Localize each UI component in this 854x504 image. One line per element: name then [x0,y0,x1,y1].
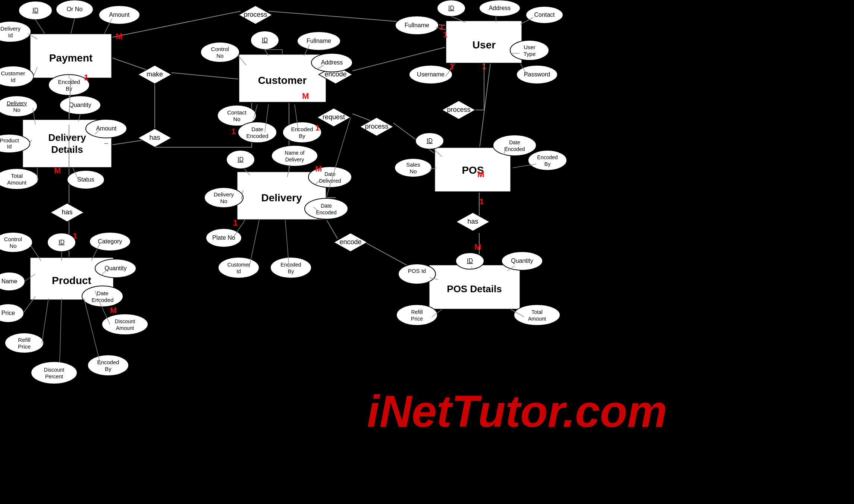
pos-id-label: ID [427,138,433,144]
delivery-deliveryno-label1: Delivery [214,191,234,198]
product-dateencoded-attr [82,286,123,307]
delivery-deliveryno-attr [204,188,243,208]
customer-contactno-label2: No [233,116,240,122]
user-username-label: Username [417,71,445,78]
payment-deliveryid-attr [0,21,31,42]
delivery-details-label2: Details [51,144,83,155]
svg-line-42 [42,298,48,344]
posdetails-totalamount-label2: Amount [528,316,546,322]
delivery-customerid-label2: Id [236,268,241,274]
user-id-label: ID [448,5,454,11]
product-refillprice-label2: Price [18,343,31,350]
customer-dateencoded-attr [238,122,277,143]
svg-line-43 [60,298,62,362]
customer-dateencoded-label1: Date [251,126,263,132]
product-id-label: ID [59,239,65,245]
dd-totalamount-attr [0,168,38,189]
dd-productid-label2: Id [7,143,12,149]
payment-encodedby-label2: By [66,85,72,92]
delivery-name-label1: Name of [285,150,305,156]
payment-label: Payment [49,52,93,64]
product-dateencoded-label2: Encoded [91,297,113,303]
user-usertype-attr [510,40,549,60]
posdetails-id-label: ID [467,258,473,264]
svg-line-17 [479,63,490,151]
product-encodedby-label2: By [105,366,112,372]
svg-line-44 [84,298,101,365]
svg-line-22 [108,140,145,145]
payment-m-cardinality: M [116,32,122,41]
dd-status-label: Status [77,176,94,183]
delivery-customerid-label1: Customer [227,262,250,268]
product-controlno-label1: Control [4,236,22,242]
delivery-name-label2: Delivery [285,157,304,163]
payment-deliveryid-label2: Id [8,32,13,38]
pos-encodedby-attr [528,150,567,170]
process2-label: process [365,123,388,130]
pos-details-label1: POS Details [447,283,502,294]
product-quantity-label: Quantity [104,265,127,271]
has2-label: has [62,208,72,216]
delivery-datedelivered-label2: Delivered [319,178,341,184]
pos-dateencoded-attr [493,135,536,156]
process3-label: process [447,106,470,113]
payment-amount-label: Amount [109,12,130,18]
product-refillprice-label1: Refill [18,337,30,343]
customer-fullname-label: Fullname [307,38,331,44]
product-discountamount-attr [102,314,148,335]
product-name-label: Name [1,278,18,284]
user-contact-label: Contact [534,12,555,18]
payment-customerid-label1: Customer [1,70,25,76]
encode2-label: encode [339,238,361,246]
dd-deliveryno-label2: No [13,107,20,113]
product-discountpercent-label2: Percent [45,374,63,379]
posdetails-refillprice-attr [396,305,437,325]
delivery-deliveryno-label2: No [220,198,227,204]
pos-dateencoded-label1: Date [509,139,520,145]
pos-encodedby-label2: By [544,161,550,167]
product-discountamount-label2: Amount [116,325,134,331]
customer-encodedby-label1: Encoded [291,126,313,132]
product-discountpercent-label1: Discount [44,367,65,373]
payment-encodedby-cardinality: 1 [84,73,88,82]
payment-customerid-attr [0,66,34,87]
delivery-label: Delivery [261,192,302,204]
product-controlno-attr [0,232,32,252]
product-discountpercent-attr [31,362,77,384]
customer-contactno-label1: Contact [227,109,247,116]
delivery-encodedby-label1: Encoded [280,262,301,268]
product-discountamount-label1: Discount [115,318,135,324]
payment-deliveryid-label1: Delivery [0,25,21,32]
customer-encodedby-1-cardinality: 1 [315,123,320,132]
dd-deliveryno-attr [0,96,37,117]
delivery-dateencoded-label1: Date [321,203,332,209]
er-diagram: Payment Delivery Details Product Custome… [0,0,854,504]
user-username-1-cardinality: 1 [449,62,454,71]
customer-1-cardinality: 1 [231,127,236,136]
dd-amount-label: Amount [96,125,117,132]
product-refillprice-attr [5,333,44,353]
delivery-m1-cardinality: M [315,164,322,173]
pos-encodedby-label1: Encoded [537,154,558,160]
delivery-name-attr [271,145,318,166]
delivery-1-cardinality: 1 [233,218,238,227]
product-encodedby-attr [88,355,129,376]
has1-label: has [149,134,160,141]
customer-controlno-attr [201,42,239,62]
user-fullname-label: Fullname [405,22,429,28]
pos-salesno-label1: Sales [406,161,420,168]
customer-address-label: Address [321,59,343,66]
pos-dateencoded-label2: Encoded [504,146,525,152]
product-label: Product [52,275,91,286]
dd-totalamount-label2: Amount [7,179,27,186]
pos-salesno-label2: No [409,168,417,174]
delivery-dateencoded-label2: Encoded [316,210,336,215]
customer-controlno-label2: No [216,53,223,59]
customer-m-cardinality: M [302,91,309,101]
product-price-label: Price [1,310,15,316]
product-m-cardinality: M [110,306,117,315]
customer-id-label: ID [262,37,268,43]
product-category-label: Category [98,238,122,245]
payment-encodedby-label1: Encoded [58,79,80,85]
payment-orno-label: Or No [67,6,83,12]
